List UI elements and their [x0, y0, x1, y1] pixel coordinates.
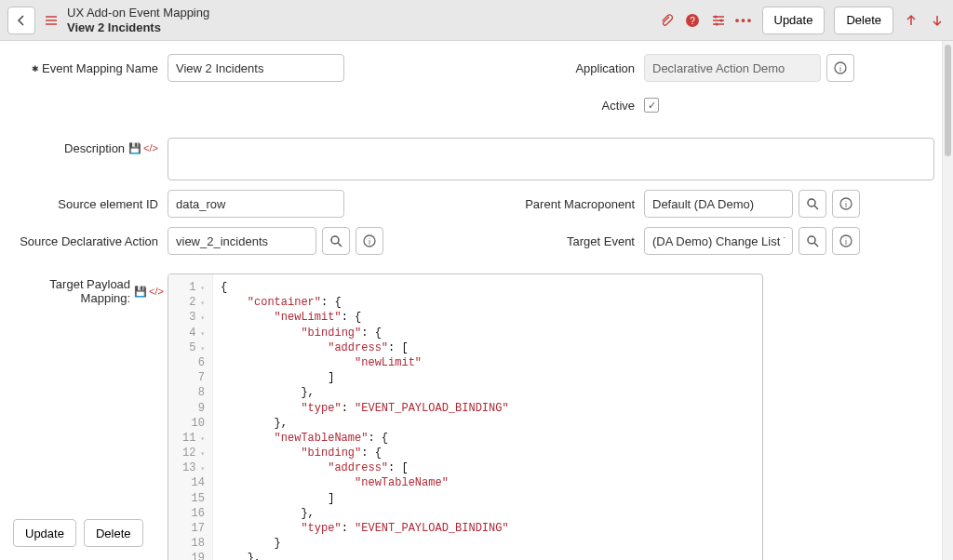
target-event-label: Target Event	[495, 234, 644, 248]
form-header: UX Add-on Event Mapping View 2 Incidents…	[0, 0, 953, 41]
active-label: Active	[495, 99, 644, 113]
source-decl-action-info[interactable]: i	[356, 227, 383, 255]
event-mapping-name-input[interactable]	[168, 54, 344, 82]
source-element-id-label: Source element ID	[19, 197, 168, 211]
source-decl-action-label: Source Declarative Action	[19, 234, 168, 248]
page-title: UX Add-on Event Mapping	[67, 6, 209, 20]
prev-record-icon[interactable]	[903, 12, 919, 29]
description-label: Description	[64, 141, 125, 155]
scrollbar[interactable]	[942, 41, 953, 560]
svg-text:i: i	[839, 64, 841, 73]
parent-macroponent-info[interactable]: i	[832, 190, 860, 218]
svg-point-7	[331, 236, 339, 244]
target-event-info[interactable]: i	[832, 227, 860, 255]
svg-point-4	[715, 22, 718, 25]
payload-mapping-label: Target Payload Mapping:	[19, 277, 130, 305]
payload-save-icon[interactable]: 💾	[134, 286, 147, 298]
target-event-input[interactable]	[644, 227, 793, 255]
svg-point-2	[714, 15, 717, 18]
svg-point-3	[719, 19, 722, 21]
header-update-button[interactable]: Update	[762, 7, 825, 34]
event-mapping-name-label: Event Mapping Name	[19, 61, 168, 75]
back-button[interactable]	[7, 7, 35, 34]
help-icon[interactable]: ?	[684, 12, 701, 29]
footer-delete-button[interactable]: Delete	[84, 519, 143, 547]
attachment-icon[interactable]	[658, 12, 675, 29]
svg-text:i: i	[845, 200, 847, 209]
editor-code[interactable]: { "container": { "newLimit": { "binding"…	[213, 274, 762, 560]
parent-macroponent-lookup[interactable]	[799, 190, 826, 218]
svg-point-13	[808, 236, 815, 244]
application-label: Application	[495, 61, 644, 75]
footer-update-button[interactable]: Update	[13, 519, 76, 547]
header-delete-button[interactable]: Delete	[834, 7, 893, 34]
code-icon[interactable]: </>	[143, 142, 158, 154]
menu-icon[interactable]	[43, 12, 60, 29]
svg-text:i: i	[369, 237, 370, 247]
description-input[interactable]	[168, 138, 934, 180]
active-checkbox[interactable]: ✓	[644, 98, 659, 113]
scrollbar-thumb[interactable]	[945, 45, 951, 156]
svg-text:?: ?	[690, 16, 695, 26]
editor-gutter: 123456789101112131415161718192021	[168, 274, 213, 560]
payload-code-icon[interactable]: </>	[149, 286, 164, 298]
source-decl-action-input[interactable]	[168, 227, 316, 255]
payload-mapping-editor[interactable]: 123456789101112131415161718192021 { "con…	[168, 273, 763, 560]
page-subtitle: View 2 Incidents	[67, 20, 209, 35]
target-event-lookup[interactable]	[799, 227, 826, 255]
svg-text:i: i	[845, 237, 847, 247]
settings-icon[interactable]	[710, 12, 727, 29]
save-icon[interactable]: 💾	[128, 142, 141, 154]
parent-macroponent-label: Parent Macroponent	[495, 197, 644, 211]
svg-point-10	[808, 199, 815, 207]
source-element-id-input[interactable]	[168, 190, 344, 218]
application-input	[644, 54, 821, 82]
next-record-icon[interactable]	[929, 12, 946, 29]
more-icon[interactable]: •••	[736, 12, 753, 29]
application-info-button[interactable]: i	[826, 54, 854, 82]
source-decl-action-lookup[interactable]	[322, 227, 350, 255]
parent-macroponent-input[interactable]	[644, 190, 793, 218]
